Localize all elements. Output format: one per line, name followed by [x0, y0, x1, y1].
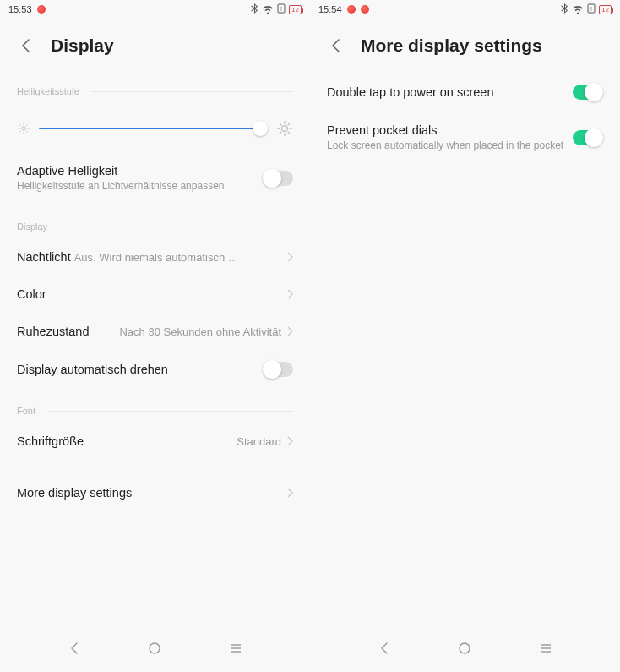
doubletap-item[interactable]: Double tap to power on screen	[327, 69, 603, 112]
bluetooth-icon	[250, 3, 258, 15]
navigation-bar	[310, 631, 620, 672]
back-button[interactable]	[327, 37, 344, 54]
svg-line-9	[20, 131, 21, 132]
svg-line-8	[26, 131, 27, 132]
svg-point-20	[150, 643, 160, 653]
nav-recents-button[interactable]	[219, 631, 253, 665]
more-display-item[interactable]: More display settings	[17, 467, 293, 518]
brightness-high-icon	[276, 120, 293, 137]
battery-icon: 12	[599, 5, 612, 14]
screen-display: 15:53 ! 12 Display Helligkeitsstufe	[0, 0, 310, 672]
svg-text:!: !	[280, 6, 282, 12]
nav-recents-button[interactable]	[529, 631, 563, 665]
adaptive-brightness-item[interactable]: Adaptive Helligkeit Helligkeitsstufe an …	[17, 152, 293, 205]
notification-dot-icon	[347, 5, 356, 14]
item-title: Color	[17, 287, 286, 301]
brightness-slider-row	[17, 120, 293, 137]
section-display: Display	[17, 221, 293, 232]
item-title: Double tap to power on screen	[327, 85, 573, 99]
page-title: Display	[51, 36, 114, 56]
pocket-item[interactable]: Prevent pocket dials Lock screen automat…	[327, 112, 603, 164]
nav-home-button[interactable]	[448, 631, 481, 665]
svg-line-10	[26, 125, 27, 126]
svg-point-26	[460, 643, 470, 653]
nightlight-item[interactable]: Nachtlicht Aus. Wird niemals automatisch…	[17, 238, 293, 276]
status-time: 15:53	[8, 4, 32, 14]
sim-alert-icon: !	[277, 3, 286, 15]
svg-line-17	[288, 132, 290, 134]
brightness-slider[interactable]	[39, 128, 268, 129]
item-title: Schriftgröße	[17, 434, 237, 448]
item-title: Display automatisch drehen	[17, 363, 263, 376]
svg-line-18	[280, 132, 281, 134]
nav-back-button[interactable]	[57, 631, 91, 665]
item-value: Standard	[237, 435, 281, 448]
svg-text:!: !	[590, 6, 592, 12]
wifi-icon	[572, 4, 584, 15]
status-bar: 15:54 ! 12	[310, 0, 620, 19]
bluetooth-icon	[560, 3, 568, 15]
pocket-toggle[interactable]	[573, 130, 603, 145]
nav-back-button[interactable]	[367, 631, 401, 665]
header: More display settings	[310, 19, 620, 69]
autorotate-toggle[interactable]	[263, 362, 293, 377]
navigation-bar	[0, 631, 310, 672]
sleep-item[interactable]: Ruhezustand Nach 30 Sekunden ohne Aktivi…	[17, 313, 293, 350]
color-item[interactable]: Color	[17, 276, 293, 313]
svg-point-2	[22, 127, 25, 130]
item-subtitle: Helligkeitsstufe an Lichtverhältnisse an…	[17, 179, 263, 193]
section-brightness: Helligkeitsstufe	[17, 86, 293, 96]
chevron-right-icon	[286, 488, 293, 498]
fontsize-item[interactable]: Schriftgröße Standard	[17, 423, 293, 460]
svg-point-11	[282, 126, 288, 132]
chevron-right-icon	[286, 326, 293, 336]
item-subtitle: Lock screen automatically when placed in…	[327, 139, 573, 152]
item-title: Prevent pocket dials	[327, 123, 573, 137]
item-title: Adaptive Helligkeit	[17, 164, 263, 178]
screen-more-display: 15:54 ! 12 More display settings Double …	[310, 0, 620, 672]
svg-line-19	[288, 123, 290, 125]
nav-home-button[interactable]	[138, 631, 171, 665]
chevron-right-icon	[286, 436, 293, 446]
chevron-right-icon	[286, 289, 293, 299]
chevron-right-icon	[286, 252, 293, 262]
status-time: 15:54	[318, 4, 342, 14]
back-button[interactable]	[17, 37, 34, 54]
section-font: Font	[17, 406, 293, 416]
item-title: Nachtlicht	[17, 250, 71, 264]
battery-icon: 12	[289, 5, 302, 14]
notification-dot-icon	[37, 5, 46, 14]
wifi-icon	[262, 4, 274, 15]
status-bar: 15:53 ! 12	[0, 0, 310, 19]
svg-line-7	[20, 125, 21, 126]
item-title: Ruhezustand	[17, 325, 89, 338]
item-title: More display settings	[17, 486, 286, 500]
slider-thumb[interactable]	[253, 121, 268, 136]
page-title: More display settings	[361, 36, 542, 56]
item-value: Nach 30 Sekunden ohne Aktivität	[119, 325, 281, 338]
autorotate-item[interactable]: Display automatisch drehen	[17, 350, 293, 389]
doubletap-toggle[interactable]	[573, 85, 603, 100]
item-value: Aus. Wird niemals automatisch aktivie…	[74, 251, 243, 264]
adaptive-brightness-toggle[interactable]	[263, 171, 293, 186]
header: Display	[0, 19, 310, 69]
brightness-low-icon	[17, 122, 30, 135]
svg-line-16	[280, 123, 281, 125]
sim-alert-icon: !	[587, 3, 596, 15]
notification-dot-icon	[361, 5, 369, 14]
